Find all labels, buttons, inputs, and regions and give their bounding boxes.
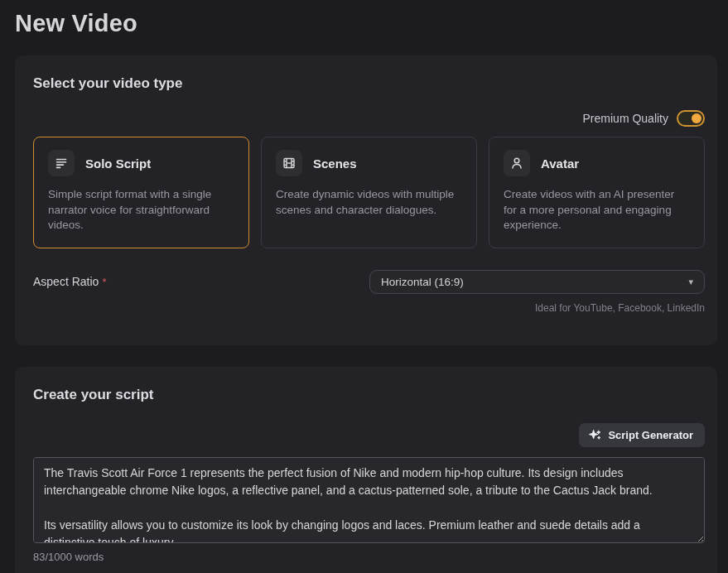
sparkles-icon — [589, 429, 601, 441]
card-header: Avatar — [504, 150, 690, 176]
toggle-knob — [692, 113, 701, 123]
video-type-section: Select your video type Premium Quality S… — [15, 55, 717, 345]
premium-quality-row: Premium Quality — [33, 110, 705, 127]
script-icon — [48, 150, 75, 176]
generator-row: Script Generator — [33, 423, 705, 447]
aspect-ratio-row: Aspect Ratio * Horizontal (16:9) ▾ — [33, 270, 705, 294]
card-description: Create videos with an AI presenter for a… — [504, 187, 690, 234]
user-icon — [504, 150, 530, 176]
script-section: Create your script Script Generator The … — [15, 367, 717, 573]
word-count: 83/1000 words — [33, 551, 705, 563]
card-scenes[interactable]: Scenes Create dynamic videos with multip… — [261, 137, 477, 248]
card-title: Solo Script — [85, 156, 151, 171]
video-type-cards: Solo Script Simple script format with a … — [33, 137, 705, 248]
card-description: Create dynamic videos with multiple scen… — [276, 187, 462, 218]
aspect-ratio-helper: Ideal for YouTube, Facebook, LinkedIn — [33, 302, 705, 314]
script-generator-button[interactable]: Script Generator — [579, 423, 705, 447]
aspect-ratio-value: Horizontal (16:9) — [381, 276, 464, 288]
aspect-ratio-select[interactable]: Horizontal (16:9) ▾ — [369, 270, 705, 294]
script-generator-label: Script Generator — [608, 429, 693, 441]
video-type-heading: Select your video type — [33, 75, 705, 92]
script-heading: Create your script — [33, 387, 705, 403]
chevron-down-icon: ▾ — [688, 277, 693, 286]
card-header: Scenes — [276, 150, 462, 176]
premium-quality-toggle[interactable] — [677, 110, 705, 127]
script-textarea[interactable]: The Travis Scott Air Force 1 represents … — [33, 457, 705, 543]
premium-quality-label: Premium Quality — [583, 112, 668, 125]
page-title: New Video — [15, 10, 728, 37]
card-header: Solo Script — [48, 150, 234, 176]
required-marker: * — [102, 276, 106, 288]
card-title: Scenes — [313, 156, 357, 171]
aspect-ratio-label: Aspect Ratio — [33, 275, 99, 288]
card-avatar[interactable]: Avatar Create videos with an AI presente… — [489, 137, 705, 248]
card-title: Avatar — [541, 156, 579, 171]
card-description: Simple script format with a single narra… — [48, 187, 234, 234]
film-icon — [276, 150, 302, 176]
card-solo-script[interactable]: Solo Script Simple script format with a … — [33, 137, 249, 248]
